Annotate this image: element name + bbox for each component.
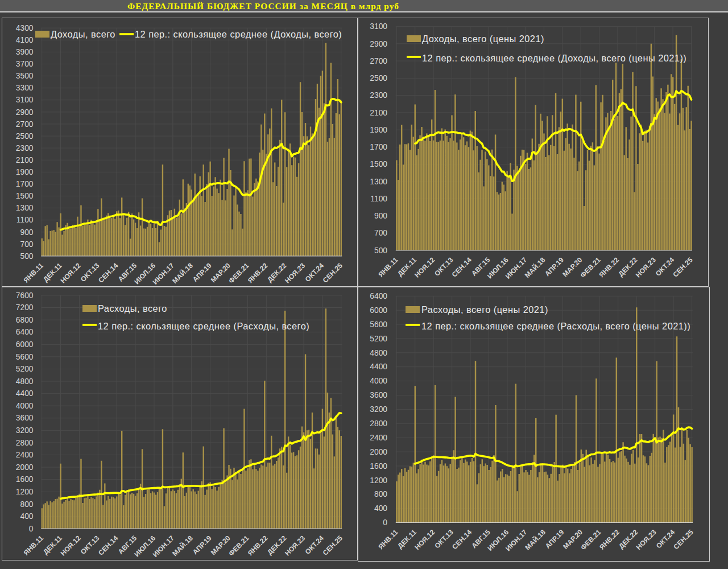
svg-text:4000: 4000	[370, 377, 387, 385]
svg-text:ЯНВ.11: ЯНВ.11	[377, 256, 399, 279]
svg-text:МАЙ.18: МАЙ.18	[523, 255, 547, 279]
svg-text:СЕН.14: СЕН.14	[450, 256, 473, 279]
svg-text:2700: 2700	[16, 120, 34, 129]
svg-text:900: 900	[374, 212, 387, 220]
svg-text:3100: 3100	[16, 96, 34, 104]
svg-text:Расходы, всего (цены 2021): Расходы, всего (цены 2021)	[421, 304, 548, 315]
svg-text:ФЕВ.21: ФЕВ.21	[579, 256, 602, 279]
svg-text:НОЯ.23: НОЯ.23	[635, 528, 658, 551]
svg-text:1300: 1300	[370, 178, 387, 186]
svg-text:5600: 5600	[16, 353, 34, 361]
svg-text:12 пер.: скользящее среднее (Р: 12 пер.: скользящее среднее (Расходы, вс…	[98, 321, 309, 331]
svg-text:3500: 3500	[16, 72, 34, 80]
svg-text:3200: 3200	[370, 405, 387, 414]
svg-text:1900: 1900	[370, 126, 387, 134]
svg-text:Доходы, всего: Доходы, всего	[51, 29, 115, 39]
svg-text:СЕН.14: СЕН.14	[450, 528, 473, 551]
svg-text:ЯНВ.11: ЯНВ.11	[22, 534, 45, 557]
svg-text:4100: 4100	[16, 36, 34, 44]
svg-text:1100: 1100	[370, 195, 387, 203]
svg-text:2000: 2000	[16, 463, 34, 472]
svg-text:800: 800	[20, 500, 33, 509]
svg-text:АПР.19: АПР.19	[191, 262, 213, 284]
svg-text:Доходы, всего (цены 2021): Доходы, всего (цены 2021)	[422, 34, 544, 44]
svg-text:ФЕВ.21: ФЕВ.21	[579, 528, 602, 551]
svg-text:3300: 3300	[16, 84, 34, 92]
svg-text:НОЯ.12: НОЯ.12	[59, 262, 82, 285]
svg-text:400: 400	[374, 504, 387, 513]
svg-text:3200: 3200	[16, 426, 34, 435]
svg-text:СЕН.25: СЕН.25	[321, 262, 344, 284]
svg-text:ЯНВ.22: ЯНВ.22	[246, 262, 270, 285]
svg-text:7200: 7200	[16, 303, 34, 312]
svg-text:5600: 5600	[370, 320, 387, 329]
svg-text:1700: 1700	[16, 180, 34, 188]
svg-text:2400: 2400	[370, 434, 387, 442]
svg-text:2100: 2100	[16, 156, 34, 164]
svg-text:2800: 2800	[16, 439, 34, 447]
svg-text:2500: 2500	[370, 74, 387, 83]
svg-text:ЯНВ.11: ЯНВ.11	[377, 528, 399, 551]
svg-text:ФЕВ.21: ФЕВ.21	[227, 534, 250, 558]
svg-text:Расходы, всего: Расходы, всего	[98, 303, 167, 314]
svg-text:6800: 6800	[16, 316, 34, 324]
svg-text:СЕН.14: СЕН.14	[97, 262, 119, 284]
svg-text:0: 0	[383, 518, 387, 527]
svg-text:6400: 6400	[370, 292, 387, 300]
svg-text:1200: 1200	[16, 488, 34, 496]
svg-text:1500: 1500	[370, 160, 387, 168]
svg-text:СЕН.25: СЕН.25	[672, 256, 694, 279]
svg-text:2800: 2800	[370, 419, 387, 428]
svg-text:0: 0	[29, 525, 34, 533]
svg-text:НОЯ.12: НОЯ.12	[59, 534, 82, 558]
svg-text:НОЯ.12: НОЯ.12	[413, 256, 436, 279]
svg-text:ЯНВ.22: ЯНВ.22	[598, 528, 621, 551]
svg-text:12 пер.: скользящее среднее (Д: 12 пер.: скользящее среднее (Доходы, все…	[135, 29, 342, 39]
svg-text:2400: 2400	[16, 451, 34, 459]
svg-text:12 пер.: скользящее среднее (Р: 12 пер.: скользящее среднее (Расходы, вс…	[421, 321, 690, 331]
svg-text:4000: 4000	[16, 402, 34, 410]
svg-text:2700: 2700	[370, 57, 387, 65]
svg-text:4800: 4800	[370, 349, 387, 357]
svg-text:2000: 2000	[370, 448, 387, 456]
svg-text:6000: 6000	[16, 340, 34, 349]
svg-text:6400: 6400	[16, 328, 34, 336]
svg-text:1300: 1300	[16, 204, 34, 212]
svg-text:3700: 3700	[16, 60, 34, 68]
svg-text:2100: 2100	[370, 109, 387, 117]
svg-text:700: 700	[374, 229, 387, 237]
svg-text:ЯНВ.22: ЯНВ.22	[598, 256, 621, 279]
svg-text:МАЙ.18: МАЙ.18	[523, 527, 547, 551]
svg-text:3600: 3600	[370, 391, 387, 399]
svg-text:2300: 2300	[370, 91, 387, 100]
svg-text:1500: 1500	[16, 192, 34, 200]
svg-text:МАЙ.18: МАЙ.18	[171, 261, 195, 285]
svg-text:ЯНВ.11: ЯНВ.11	[22, 262, 45, 284]
svg-text:500: 500	[374, 246, 387, 255]
svg-text:МАЙ.18: МАЙ.18	[171, 534, 195, 558]
svg-text:12 пер.: скользящее среднее (Д: 12 пер.: скользящее среднее (Доходы, все…	[422, 53, 686, 63]
svg-text:500: 500	[20, 252, 33, 261]
svg-text:НОЯ.23: НОЯ.23	[283, 534, 307, 558]
svg-text:3100: 3100	[370, 22, 387, 31]
svg-text:4300: 4300	[16, 24, 34, 32]
svg-text:4400: 4400	[16, 389, 34, 398]
svg-text:7600: 7600	[16, 291, 34, 300]
svg-text:800: 800	[374, 490, 387, 498]
svg-text:900: 900	[20, 228, 33, 237]
svg-text:1700: 1700	[370, 143, 387, 151]
svg-text:3600: 3600	[16, 414, 34, 422]
svg-text:1100: 1100	[16, 216, 34, 224]
svg-text:СЕН.25: СЕН.25	[672, 528, 695, 551]
svg-text:1600: 1600	[16, 475, 34, 484]
svg-text:АПР.19: АПР.19	[191, 534, 213, 556]
svg-text:3900: 3900	[16, 48, 34, 56]
svg-text:2500: 2500	[16, 132, 34, 141]
svg-text:400: 400	[20, 512, 33, 521]
svg-text:НОЯ.23: НОЯ.23	[283, 262, 307, 285]
svg-text:2900: 2900	[370, 40, 387, 48]
svg-text:ФЕВ.21: ФЕВ.21	[227, 262, 250, 285]
svg-text:4400: 4400	[370, 362, 387, 371]
svg-text:6000: 6000	[370, 306, 387, 315]
svg-text:СЕН.25: СЕН.25	[321, 534, 344, 557]
